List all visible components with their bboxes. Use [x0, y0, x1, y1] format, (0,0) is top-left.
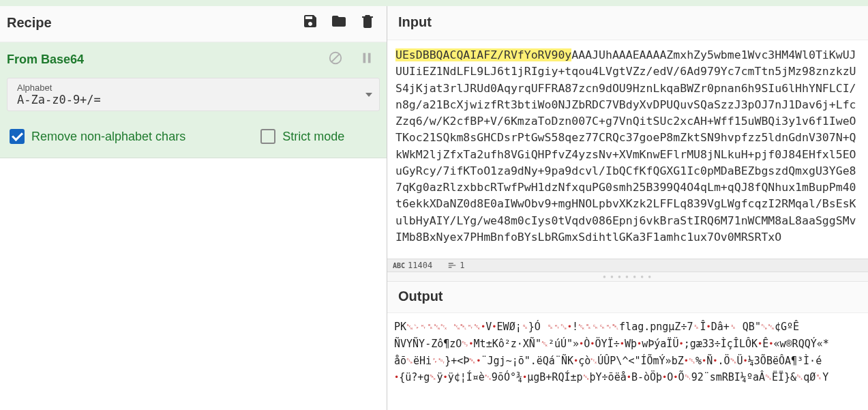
strict-mode-label: Strict mode	[282, 130, 344, 144]
recipe-title: Recipe	[7, 15, 52, 31]
svg-rect-2	[363, 53, 366, 63]
alphabet-label: Alphabet	[17, 83, 101, 93]
abc-icon: ABC	[393, 262, 405, 269]
output-title: Output	[398, 289, 857, 304]
input-header: Input	[387, 6, 868, 40]
disable-icon[interactable]	[328, 50, 343, 68]
svg-rect-3	[368, 53, 371, 63]
output-textarea[interactable]: PK␖␊␉␈␖␂ ␖␇␉␆•V•EWØ¡␝}Ó ␝␉␐•!␆␈␍␍␉␇flag.…	[387, 313, 868, 410]
recipe-header: Recipe	[0, 6, 387, 42]
svg-line-1	[332, 55, 340, 62]
input-status-bar: ABC 11404 1	[387, 259, 868, 272]
strict-mode-checkbox[interactable]: Strict mode	[260, 129, 344, 144]
folder-icon[interactable]	[331, 13, 347, 32]
chevron-down-icon	[365, 93, 372, 97]
char-count: 11404	[408, 261, 432, 270]
trash-icon[interactable]	[359, 13, 376, 32]
recipe-panel: Recipe From Base64	[0, 6, 387, 410]
input-title: Input	[398, 14, 857, 30]
operation-name: From Base64	[7, 53, 84, 67]
alphabet-value: A-Za-z0-9+/=	[17, 93, 101, 106]
input-highlighted: UEsDBBQACQAIAFZ/RVfYoRV90y	[395, 48, 571, 61]
operation-block: From Base64 Alphabet A-Za-z0-9+/=	[0, 42, 387, 158]
input-rest: AAAJUhAAAEAAAAZmxhZy5wbme1Wvc3HM4Wl0TiKw…	[395, 48, 856, 244]
alphabet-dropdown[interactable]: Alphabet A-Za-z0-9+/=	[7, 78, 380, 111]
resize-handle[interactable]: ● ● ● ● ● ● ●	[387, 272, 868, 282]
remove-non-alpha-checkbox[interactable]: Remove non-alphabet chars	[10, 129, 185, 144]
remove-non-alpha-label: Remove non-alphabet chars	[31, 130, 185, 144]
line-count: 1	[460, 261, 464, 270]
output-header: Output	[387, 282, 868, 313]
input-textarea[interactable]: UEsDBBQACQAIAFZ/RVfYoRV90yAAAJUhAAAEAAAA…	[387, 40, 868, 259]
pause-icon[interactable]	[359, 50, 374, 68]
lines-icon	[447, 261, 457, 270]
checkbox-unchecked-icon	[260, 129, 275, 144]
save-icon[interactable]	[302, 13, 318, 32]
checkbox-checked-icon	[10, 129, 25, 144]
